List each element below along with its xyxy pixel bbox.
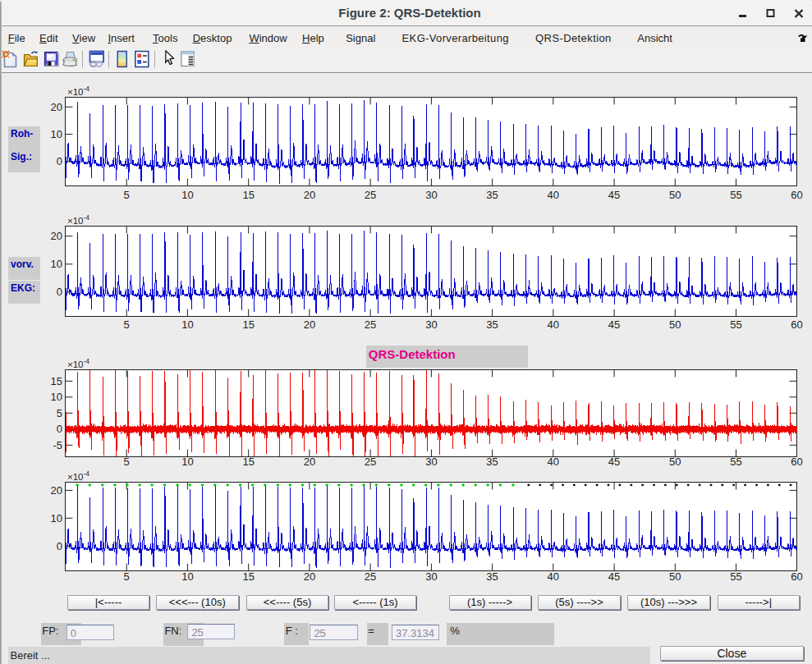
svg-text:60: 60 [791,570,802,583]
svg-text:5: 5 [124,318,130,331]
svg-text:35: 35 [486,456,498,468]
svg-text:45: 45 [608,456,620,468]
svg-text:45: 45 [608,189,620,201]
svg-text:×10-4: ×10-4 [67,469,89,482]
svg-text:55: 55 [730,189,741,201]
svg-text:-5: -5 [53,439,62,451]
svg-text:45: 45 [608,570,620,583]
svg-text:30: 30 [425,189,437,201]
svg-text:10: 10 [181,189,193,201]
svg-text:15: 15 [51,375,62,387]
svg-text:5: 5 [124,456,130,468]
svg-text:30: 30 [425,318,437,331]
svg-text:0: 0 [57,540,62,552]
svg-text:10: 10 [51,258,62,270]
svg-text:15: 15 [242,189,254,201]
svg-text:10: 10 [181,456,193,468]
svg-text:40: 40 [548,570,559,583]
svg-text:20: 20 [304,318,315,331]
svg-text:35: 35 [486,318,498,331]
svg-text:15: 15 [242,318,254,331]
svg-text:50: 50 [669,456,681,468]
svg-text:×10-4: ×10-4 [67,357,89,369]
svg-text:10: 10 [181,570,193,583]
svg-text:×10-4: ×10-4 [67,85,89,97]
svg-text:5: 5 [57,407,62,419]
svg-text:30: 30 [425,570,437,583]
svg-text:40: 40 [548,189,559,201]
svg-text:20: 20 [51,484,62,497]
svg-text:5: 5 [124,570,130,583]
svg-text:50: 50 [669,570,681,583]
svg-text:20: 20 [51,101,62,113]
svg-text:10: 10 [181,318,193,331]
svg-text:50: 50 [669,318,681,331]
svg-text:55: 55 [730,318,741,331]
svg-text:60: 60 [791,189,802,201]
svg-text:25: 25 [365,456,376,468]
svg-text:30: 30 [425,456,437,468]
svg-text:0: 0 [57,286,62,298]
svg-text:55: 55 [730,456,741,468]
svg-text:40: 40 [548,318,559,331]
svg-text:15: 15 [242,456,254,468]
svg-text:40: 40 [548,456,559,468]
svg-text:5: 5 [124,189,130,201]
svg-text:20: 20 [51,230,62,242]
svg-text:50: 50 [669,189,681,201]
svg-text:45: 45 [608,318,620,331]
svg-text:25: 25 [365,570,376,583]
svg-text:60: 60 [791,456,802,468]
svg-text:20: 20 [304,189,315,201]
svg-text:25: 25 [365,318,376,331]
svg-text:60: 60 [791,318,802,331]
svg-text:15: 15 [242,570,254,583]
svg-text:0: 0 [57,423,62,435]
svg-text:×10-4: ×10-4 [67,213,89,226]
svg-text:10: 10 [51,128,62,140]
svg-text:20: 20 [304,570,315,583]
svg-text:35: 35 [486,189,498,201]
svg-text:25: 25 [365,189,376,201]
svg-text:35: 35 [486,570,498,583]
svg-text:0: 0 [57,155,62,167]
svg-text:10: 10 [51,512,62,524]
svg-text:55: 55 [730,570,741,583]
svg-text:10: 10 [51,391,62,403]
svg-text:20: 20 [304,456,315,468]
